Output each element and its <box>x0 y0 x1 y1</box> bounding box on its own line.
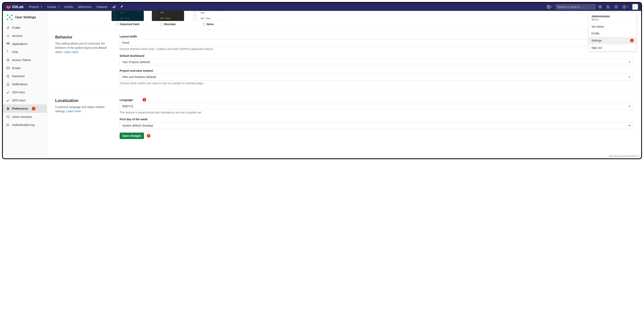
svg-rect-17 <box>633 8 634 8</box>
code-preview-monokai: 456 end def show <box>152 11 184 21</box>
save-button[interactable]: Save changes <box>120 133 144 139</box>
key-icon <box>6 99 10 102</box>
svg-point-34 <box>8 60 8 61</box>
annotation-3: 3 <box>142 98 146 102</box>
sidebar-item-auth-log[interactable]: Authentication log <box>3 121 47 129</box>
sidebar-item-active-sessions[interactable]: Active Sessions <box>3 113 47 121</box>
svg-rect-29 <box>9 43 10 43</box>
theme-radio-none[interactable]: None <box>192 23 224 26</box>
svg-point-26 <box>8 36 8 36</box>
dropdown-username: @root <box>592 18 634 21</box>
language-select[interactable]: 简体中文 <box>120 103 633 110</box>
svg-point-41 <box>8 109 8 110</box>
language-help: This feature is experimental and transla… <box>120 111 633 114</box>
nav-snippets[interactable]: Snippets <box>94 3 109 11</box>
mail-icon <box>6 67 10 70</box>
sidebar-item-applications[interactable]: Applications <box>3 40 47 48</box>
dashboard-label: Default dashboard <box>120 54 633 58</box>
sidebar-item-notifications[interactable]: Notifications <box>3 80 47 88</box>
first-day-select[interactable]: System default (Sunday) <box>120 122 633 129</box>
theme-monokai: 456 end def show Monokai <box>152 11 184 26</box>
svg-rect-18 <box>634 8 635 8</box>
svg-point-6 <box>600 7 600 7</box>
issues-icon[interactable] <box>596 3 604 11</box>
svg-point-33 <box>7 59 9 61</box>
svg-rect-24 <box>11 19 12 20</box>
wrench-icon[interactable] <box>118 3 126 11</box>
svg-point-7 <box>607 6 608 6</box>
search-box[interactable] <box>556 4 596 10</box>
svg-point-40 <box>8 108 9 109</box>
sliders-icon <box>6 107 10 110</box>
gitlab-logo[interactable]: GitLab <box>6 5 24 9</box>
lock-icon <box>6 75 10 78</box>
nav-milestones[interactable]: Milestones <box>76 3 94 11</box>
learn-more-link[interactable]: Learn more <box>66 110 81 113</box>
dropdown-profile[interactable]: Profile <box>588 30 636 37</box>
nav-activity[interactable]: Activity <box>62 3 75 11</box>
svg-rect-36 <box>7 76 9 77</box>
svg-rect-0 <box>112 7 113 8</box>
layout-width-input[interactable] <box>120 39 633 46</box>
sidebar-item-account[interactable]: Account <box>3 32 47 40</box>
theme-radio-monokai[interactable]: Monokai <box>152 23 184 26</box>
nav-projects[interactable]: Projects <box>27 3 44 11</box>
plus-icon[interactable] <box>545 3 554 11</box>
key-icon <box>6 91 10 94</box>
svg-rect-28 <box>8 43 8 43</box>
sidebar-item-preferences[interactable]: Preferences2 <box>3 104 47 113</box>
bell-icon <box>6 83 10 86</box>
annotation-1: 1 <box>630 39 634 42</box>
svg-point-8 <box>607 8 608 8</box>
watermark: https://blog.csdn.net/a457801179 <box>608 155 640 158</box>
svg-point-43 <box>7 124 7 124</box>
overview-select[interactable]: Files and Readme (default) <box>120 74 633 80</box>
merge-request-icon[interactable] <box>604 3 612 11</box>
theme-none: 456 end def show None <box>192 11 224 26</box>
nav-groups[interactable]: Groups <box>45 3 62 11</box>
dashboard-select[interactable]: Your Projects (default) <box>120 59 633 66</box>
sidebar-item-chat[interactable]: Chat <box>3 48 47 56</box>
grid-icon <box>6 42 10 46</box>
svg-rect-35 <box>7 67 10 69</box>
sidebar: User Settings Profile Account Applicatio… <box>3 11 47 158</box>
token-icon <box>6 59 10 62</box>
svg-point-9 <box>608 8 609 8</box>
sidebar-item-access-tokens[interactable]: Access Tokens <box>3 56 47 64</box>
dropdown-user-info: Administrator @root <box>588 13 636 23</box>
sidebar-item-ssh-keys[interactable]: SSH Keys <box>3 88 47 96</box>
section-localization: Localization Customize language and regi… <box>55 93 633 144</box>
tanuki-icon <box>6 5 11 9</box>
dropdown-set-status[interactable]: Set status <box>588 23 636 30</box>
user-menu-button[interactable] <box>632 4 638 10</box>
svg-rect-21 <box>11 15 12 16</box>
list-icon <box>6 123 10 127</box>
sidebar-item-password[interactable]: Password <box>3 72 47 80</box>
behavior-desc: This setting allows you to customize the… <box>55 42 114 54</box>
sidebar-item-emails[interactable]: Emails <box>3 64 47 72</box>
section-behavior: Behavior This setting allows you to cust… <box>55 30 633 93</box>
theme-radio-solarized[interactable]: Solarized Dark <box>112 23 144 26</box>
annotation-2: 2 <box>32 107 36 110</box>
overview-help: Choose what content you want to see on a… <box>120 82 633 85</box>
avatar-identicon <box>6 14 13 21</box>
learn-more-link[interactable]: Learn more <box>64 50 78 54</box>
svg-rect-16 <box>634 7 634 7</box>
first-day-label: First day of the week <box>120 118 633 121</box>
top-navbar: GitLab Projects Groups Activity Mileston… <box>3 3 641 11</box>
svg-rect-27 <box>7 43 8 43</box>
todos-icon[interactable] <box>612 3 620 11</box>
sidebar-item-profile[interactable]: Profile <box>3 24 47 32</box>
svg-rect-42 <box>7 116 9 117</box>
dropdown-settings[interactable]: Settings 1 <box>588 37 636 44</box>
syntax-theme-row: 456 end def show Solarized Dark 456 end … <box>112 11 641 30</box>
behavior-title: Behavior <box>55 35 114 40</box>
chart-icon[interactable] <box>110 3 118 11</box>
sidebar-item-gpg-keys[interactable]: GPG Keys <box>3 96 47 104</box>
help-icon[interactable] <box>621 3 630 11</box>
dropdown-sign-out[interactable]: Sign out <box>588 44 636 51</box>
search-input[interactable] <box>558 5 593 9</box>
svg-rect-30 <box>7 44 8 44</box>
svg-rect-23 <box>7 19 8 20</box>
user-icon <box>6 26 10 30</box>
